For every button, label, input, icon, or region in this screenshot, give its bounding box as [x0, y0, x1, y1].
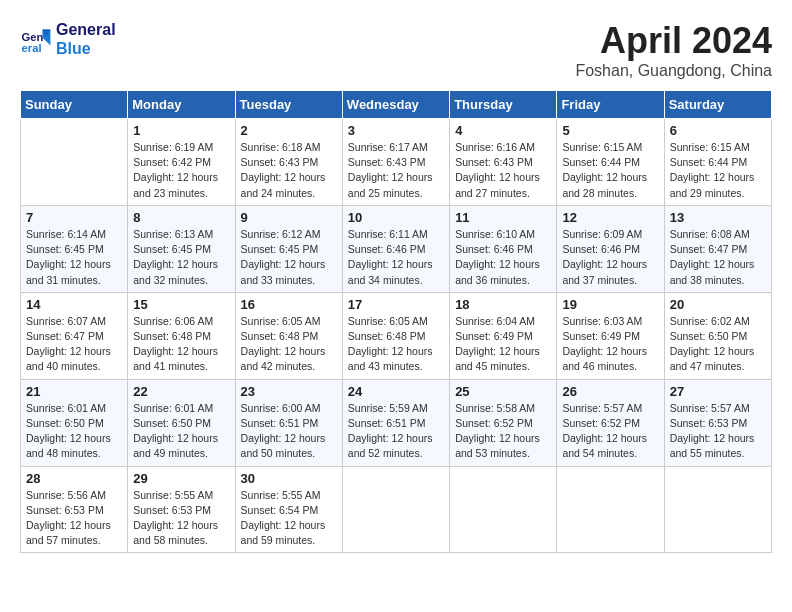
calendar-cell: 27Sunrise: 5:57 AM Sunset: 6:53 PM Dayli… [664, 379, 771, 466]
calendar-cell: 20Sunrise: 6:02 AM Sunset: 6:50 PM Dayli… [664, 292, 771, 379]
calendar-cell: 15Sunrise: 6:06 AM Sunset: 6:48 PM Dayli… [128, 292, 235, 379]
day-number: 7 [26, 210, 122, 225]
day-info: Sunrise: 6:12 AM Sunset: 6:45 PM Dayligh… [241, 227, 337, 288]
day-number: 25 [455, 384, 551, 399]
header: Gen eral General Blue April 2024 Foshan,… [20, 20, 772, 80]
calendar-cell: 10Sunrise: 6:11 AM Sunset: 6:46 PM Dayli… [342, 205, 449, 292]
calendar-cell: 5Sunrise: 6:15 AM Sunset: 6:44 PM Daylig… [557, 119, 664, 206]
day-number: 8 [133, 210, 229, 225]
calendar-cell: 26Sunrise: 5:57 AM Sunset: 6:52 PM Dayli… [557, 379, 664, 466]
day-number: 26 [562, 384, 658, 399]
day-info: Sunrise: 6:08 AM Sunset: 6:47 PM Dayligh… [670, 227, 766, 288]
day-number: 9 [241, 210, 337, 225]
calendar-cell: 9Sunrise: 6:12 AM Sunset: 6:45 PM Daylig… [235, 205, 342, 292]
calendar-cell: 7Sunrise: 6:14 AM Sunset: 6:45 PM Daylig… [21, 205, 128, 292]
weekday-header: Saturday [664, 91, 771, 119]
day-number: 2 [241, 123, 337, 138]
calendar-week-row: 21Sunrise: 6:01 AM Sunset: 6:50 PM Dayli… [21, 379, 772, 466]
calendar-cell: 11Sunrise: 6:10 AM Sunset: 6:46 PM Dayli… [450, 205, 557, 292]
calendar-week-row: 14Sunrise: 6:07 AM Sunset: 6:47 PM Dayli… [21, 292, 772, 379]
day-number: 16 [241, 297, 337, 312]
day-number: 23 [241, 384, 337, 399]
calendar-week-row: 28Sunrise: 5:56 AM Sunset: 6:53 PM Dayli… [21, 466, 772, 553]
location-title: Foshan, Guangdong, China [575, 62, 772, 80]
day-info: Sunrise: 5:57 AM Sunset: 6:52 PM Dayligh… [562, 401, 658, 462]
calendar-cell: 1Sunrise: 6:19 AM Sunset: 6:42 PM Daylig… [128, 119, 235, 206]
day-number: 29 [133, 471, 229, 486]
weekday-header: Friday [557, 91, 664, 119]
day-info: Sunrise: 6:07 AM Sunset: 6:47 PM Dayligh… [26, 314, 122, 375]
calendar-table: SundayMondayTuesdayWednesdayThursdayFrid… [20, 90, 772, 553]
day-info: Sunrise: 5:56 AM Sunset: 6:53 PM Dayligh… [26, 488, 122, 549]
day-number: 13 [670, 210, 766, 225]
calendar-cell: 3Sunrise: 6:17 AM Sunset: 6:43 PM Daylig… [342, 119, 449, 206]
day-info: Sunrise: 6:06 AM Sunset: 6:48 PM Dayligh… [133, 314, 229, 375]
weekday-header: Wednesday [342, 91, 449, 119]
calendar-cell: 28Sunrise: 5:56 AM Sunset: 6:53 PM Dayli… [21, 466, 128, 553]
day-info: Sunrise: 5:55 AM Sunset: 6:53 PM Dayligh… [133, 488, 229, 549]
calendar-week-row: 7Sunrise: 6:14 AM Sunset: 6:45 PM Daylig… [21, 205, 772, 292]
calendar-cell: 6Sunrise: 6:15 AM Sunset: 6:44 PM Daylig… [664, 119, 771, 206]
calendar-cell: 18Sunrise: 6:04 AM Sunset: 6:49 PM Dayli… [450, 292, 557, 379]
calendar-cell: 12Sunrise: 6:09 AM Sunset: 6:46 PM Dayli… [557, 205, 664, 292]
day-number: 28 [26, 471, 122, 486]
calendar-cell: 4Sunrise: 6:16 AM Sunset: 6:43 PM Daylig… [450, 119, 557, 206]
day-info: Sunrise: 6:04 AM Sunset: 6:49 PM Dayligh… [455, 314, 551, 375]
day-number: 4 [455, 123, 551, 138]
calendar-cell: 19Sunrise: 6:03 AM Sunset: 6:49 PM Dayli… [557, 292, 664, 379]
day-number: 21 [26, 384, 122, 399]
day-number: 14 [26, 297, 122, 312]
calendar-cell: 25Sunrise: 5:58 AM Sunset: 6:52 PM Dayli… [450, 379, 557, 466]
svg-text:eral: eral [22, 42, 42, 54]
day-info: Sunrise: 6:00 AM Sunset: 6:51 PM Dayligh… [241, 401, 337, 462]
day-info: Sunrise: 6:05 AM Sunset: 6:48 PM Dayligh… [241, 314, 337, 375]
calendar-week-row: 1Sunrise: 6:19 AM Sunset: 6:42 PM Daylig… [21, 119, 772, 206]
calendar-cell: 21Sunrise: 6:01 AM Sunset: 6:50 PM Dayli… [21, 379, 128, 466]
day-info: Sunrise: 6:02 AM Sunset: 6:50 PM Dayligh… [670, 314, 766, 375]
day-number: 22 [133, 384, 229, 399]
day-info: Sunrise: 6:09 AM Sunset: 6:46 PM Dayligh… [562, 227, 658, 288]
calendar-cell [342, 466, 449, 553]
day-info: Sunrise: 5:59 AM Sunset: 6:51 PM Dayligh… [348, 401, 444, 462]
day-info: Sunrise: 5:57 AM Sunset: 6:53 PM Dayligh… [670, 401, 766, 462]
weekday-header-row: SundayMondayTuesdayWednesdayThursdayFrid… [21, 91, 772, 119]
calendar-cell: 22Sunrise: 6:01 AM Sunset: 6:50 PM Dayli… [128, 379, 235, 466]
day-info: Sunrise: 6:14 AM Sunset: 6:45 PM Dayligh… [26, 227, 122, 288]
day-info: Sunrise: 6:10 AM Sunset: 6:46 PM Dayligh… [455, 227, 551, 288]
day-number: 20 [670, 297, 766, 312]
day-info: Sunrise: 6:19 AM Sunset: 6:42 PM Dayligh… [133, 140, 229, 201]
weekday-header: Sunday [21, 91, 128, 119]
calendar-cell [557, 466, 664, 553]
day-info: Sunrise: 6:13 AM Sunset: 6:45 PM Dayligh… [133, 227, 229, 288]
day-info: Sunrise: 6:03 AM Sunset: 6:49 PM Dayligh… [562, 314, 658, 375]
day-info: Sunrise: 6:01 AM Sunset: 6:50 PM Dayligh… [26, 401, 122, 462]
day-number: 24 [348, 384, 444, 399]
calendar-cell [664, 466, 771, 553]
svg-text:Gen: Gen [22, 31, 44, 43]
calendar-cell: 14Sunrise: 6:07 AM Sunset: 6:47 PM Dayli… [21, 292, 128, 379]
day-number: 3 [348, 123, 444, 138]
day-info: Sunrise: 5:55 AM Sunset: 6:54 PM Dayligh… [241, 488, 337, 549]
calendar-cell: 2Sunrise: 6:18 AM Sunset: 6:43 PM Daylig… [235, 119, 342, 206]
logo-text: General Blue [56, 20, 116, 58]
calendar-cell: 24Sunrise: 5:59 AM Sunset: 6:51 PM Dayli… [342, 379, 449, 466]
month-title: April 2024 [575, 20, 772, 62]
day-number: 15 [133, 297, 229, 312]
calendar-cell [450, 466, 557, 553]
day-number: 6 [670, 123, 766, 138]
day-info: Sunrise: 6:05 AM Sunset: 6:48 PM Dayligh… [348, 314, 444, 375]
day-number: 1 [133, 123, 229, 138]
weekday-header: Tuesday [235, 91, 342, 119]
weekday-header: Thursday [450, 91, 557, 119]
day-info: Sunrise: 6:15 AM Sunset: 6:44 PM Dayligh… [670, 140, 766, 201]
day-info: Sunrise: 6:11 AM Sunset: 6:46 PM Dayligh… [348, 227, 444, 288]
calendar-cell: 30Sunrise: 5:55 AM Sunset: 6:54 PM Dayli… [235, 466, 342, 553]
calendar-cell: 23Sunrise: 6:00 AM Sunset: 6:51 PM Dayli… [235, 379, 342, 466]
calendar-cell: 29Sunrise: 5:55 AM Sunset: 6:53 PM Dayli… [128, 466, 235, 553]
day-number: 19 [562, 297, 658, 312]
calendar-cell: 17Sunrise: 6:05 AM Sunset: 6:48 PM Dayli… [342, 292, 449, 379]
day-info: Sunrise: 6:17 AM Sunset: 6:43 PM Dayligh… [348, 140, 444, 201]
day-number: 30 [241, 471, 337, 486]
day-info: Sunrise: 6:16 AM Sunset: 6:43 PM Dayligh… [455, 140, 551, 201]
calendar-cell [21, 119, 128, 206]
